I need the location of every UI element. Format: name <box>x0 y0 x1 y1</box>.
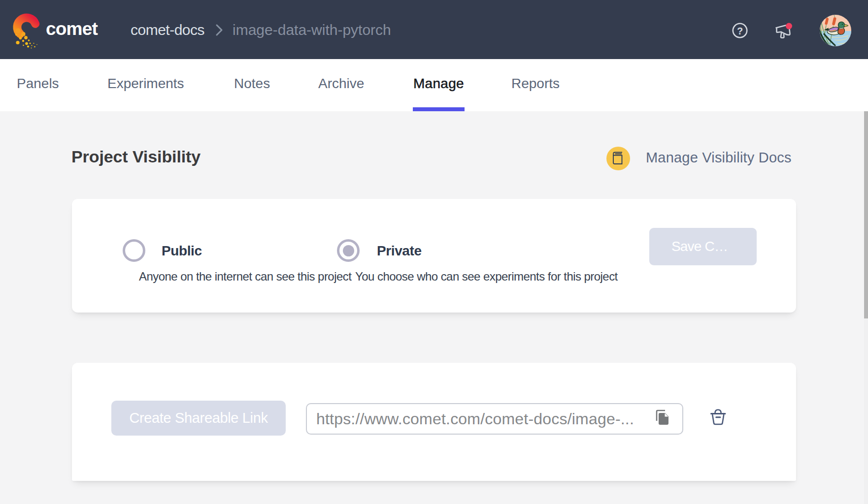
svg-text:?: ? <box>737 26 743 36</box>
